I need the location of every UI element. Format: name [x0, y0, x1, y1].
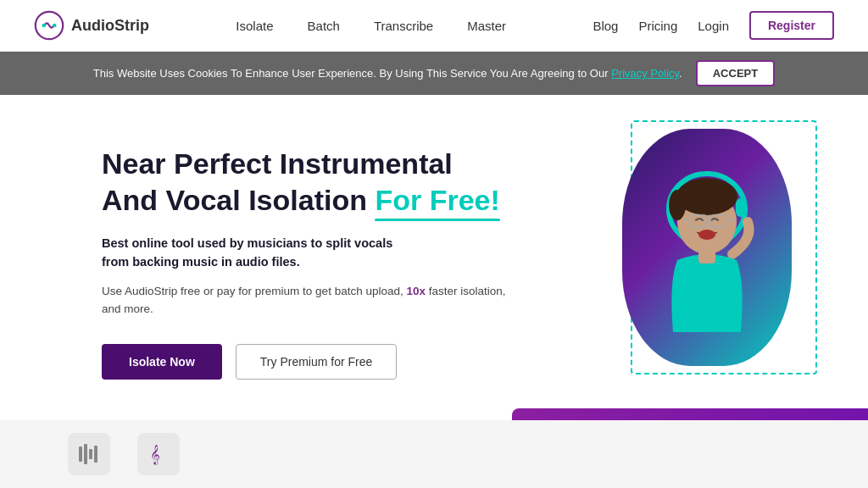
cookie-banner: This Website Uses Cookies To Enhance Use… [0, 52, 868, 95]
privacy-policy-link[interactable]: Privacy Policy [611, 67, 679, 80]
hero-section: Near Perfect Instrumental And Vocal Isol… [0, 95, 868, 459]
musical-notes-icon: 𝄞 [146, 441, 171, 467]
logo[interactable]: AudioStrip [34, 10, 149, 41]
nav-transcribe[interactable]: Transcribe [374, 19, 433, 33]
nav-right: Blog Pricing Login Register [593, 11, 834, 40]
music-icon [76, 441, 102, 467]
nav-login[interactable]: Login [698, 19, 729, 33]
svg-rect-17 [84, 444, 87, 464]
try-premium-button[interactable]: Try Premium for Free [236, 344, 398, 380]
svg-rect-5 [736, 198, 746, 217]
hero-subtitle: Best online tool used by musicians to sp… [102, 235, 526, 272]
bottom-icon-1 [68, 433, 110, 475]
hero-desc: Use AudioStrip free or pay for premium t… [102, 282, 526, 319]
svg-text:𝄞: 𝄞 [150, 445, 160, 465]
svg-rect-16 [79, 446, 82, 462]
hero-person-image [622, 129, 792, 366]
brand-name: AudioStrip [71, 17, 149, 35]
svg-point-8 [669, 190, 686, 220]
nav-center: Isolate Batch Transcribe Master [236, 19, 506, 33]
nav-master[interactable]: Master [467, 19, 506, 33]
svg-rect-19 [94, 446, 97, 463]
hero-title-highlight: For Free! [375, 182, 499, 219]
nav-batch[interactable]: Batch [308, 19, 340, 33]
register-button[interactable]: Register [749, 11, 834, 40]
nav-blog[interactable]: Blog [593, 19, 618, 33]
cookie-text: This Website Uses Cookies To Enhance Use… [93, 67, 682, 80]
hero-image [631, 120, 817, 374]
hero-title: Near Perfect Instrumental And Vocal Isol… [102, 146, 526, 218]
accept-cookies-button[interactable]: ACCEPT [696, 60, 775, 86]
svg-point-9 [698, 230, 715, 240]
bottom-strip: 𝄞 [0, 420, 868, 488]
bottom-icon-2: 𝄞 [137, 433, 180, 475]
logo-icon [34, 10, 64, 41]
svg-rect-18 [89, 449, 92, 459]
navbar: AudioStrip Isolate Batch Transcribe Mast… [0, 0, 868, 52]
person-illustration [622, 129, 792, 366]
hero-text: Near Perfect Instrumental And Vocal Isol… [102, 146, 526, 380]
svg-rect-15 [698, 250, 715, 263]
premium-link[interactable]: 10x [406, 285, 426, 297]
nav-isolate[interactable]: Isolate [236, 19, 273, 33]
isolate-now-button[interactable]: Isolate Now [102, 344, 222, 380]
nav-pricing[interactable]: Pricing [638, 19, 677, 33]
hero-buttons: Isolate Now Try Premium for Free [102, 344, 526, 380]
svg-point-1 [42, 24, 46, 28]
svg-point-7 [676, 178, 737, 215]
svg-point-2 [53, 24, 57, 28]
